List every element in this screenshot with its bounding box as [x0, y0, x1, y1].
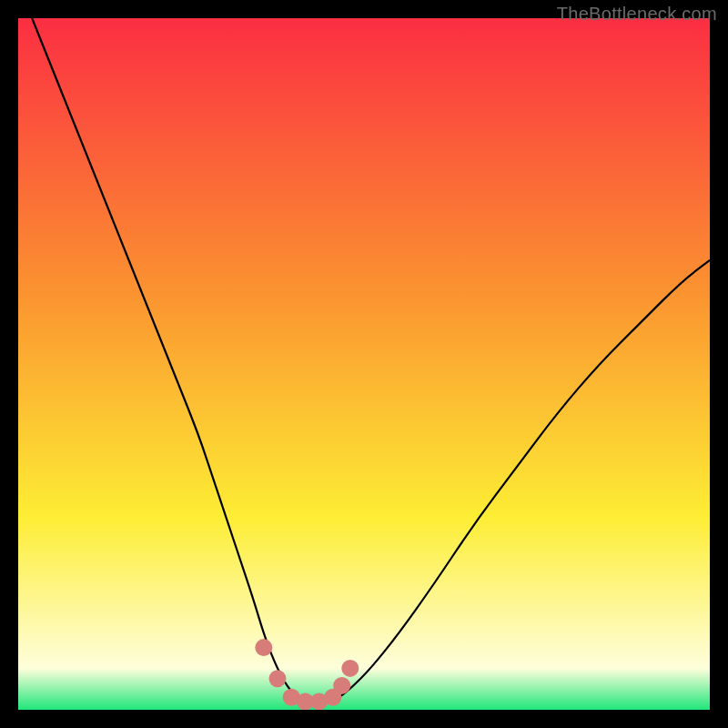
plot-svg — [18, 18, 710, 710]
watermark-text: TheBottleneck.com — [557, 4, 717, 25]
gradient-background — [18, 18, 710, 710]
trough-dot — [255, 639, 272, 656]
chart-container: TheBottleneck.com — [0, 0, 728, 728]
trough-dot — [341, 660, 359, 677]
trough-dot — [333, 677, 350, 694]
trough-dot — [269, 670, 287, 687]
plot-area — [18, 18, 710, 710]
